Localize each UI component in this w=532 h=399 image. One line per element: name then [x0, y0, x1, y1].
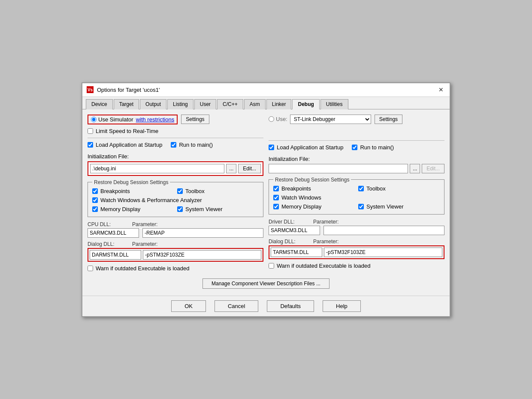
use-simulator-label[interactable]: Use Simulator: [91, 116, 133, 123]
divider-2: [269, 140, 444, 141]
use-simulator-text: Use Simulator: [98, 116, 133, 123]
breakpoints-checkbox-left[interactable]: [92, 188, 98, 194]
toolbox-checkbox-right[interactable]: [358, 186, 364, 191]
defaults-button[interactable]: Defaults: [267, 300, 314, 312]
restore-inner-left: Breakpoints Toolbox Watch Windows & Perf…: [92, 188, 259, 214]
dialog-dll-input-right[interactable]: [271, 248, 322, 257]
cancel-button[interactable]: Cancel: [215, 300, 258, 312]
watch-windows-label-left: Watch Windows & Performance Analyzer: [100, 197, 202, 203]
warn-checkbox-right[interactable]: [269, 263, 274, 269]
init-file-browse-button-right[interactable]: ...: [410, 164, 420, 173]
left-panel: Use Simulator with restrictions Settings…: [88, 115, 263, 275]
dialog-dll-labels-left: Dialog DLL: Parameter:: [88, 241, 263, 247]
run-to-main-checkbox-right[interactable]: [352, 145, 357, 150]
limit-speed-checkbox[interactable]: [88, 128, 93, 134]
memory-display-label-left: Memory Display: [100, 206, 140, 212]
memory-display-checkbox-left[interactable]: [92, 206, 98, 212]
watch-windows-row-right: Watch Windows: [273, 194, 440, 201]
init-file-edit-button[interactable]: Edit...: [238, 164, 261, 173]
driver-param-input[interactable]: [323, 226, 444, 235]
tab-cpp[interactable]: C/C++: [217, 99, 243, 109]
manage-component-btn[interactable]: Manage Component Viewer Description File…: [203, 278, 329, 289]
restore-group-label-right: Restore Debug Session Settings: [273, 177, 351, 183]
load-app-row-right: Load Application at Startup: [269, 144, 343, 151]
ok-button[interactable]: OK: [171, 300, 206, 312]
two-column-layout: Use Simulator with restrictions Settings…: [88, 115, 444, 275]
run-to-main-label-right: Run to main(): [360, 144, 394, 151]
breakpoints-row-right: Breakpoints: [273, 185, 355, 192]
warn-label-left: Warn if outdated Executable is loaded: [96, 265, 190, 272]
load-app-label-right: Load Application at Startup: [277, 144, 343, 151]
close-button[interactable]: ✕: [437, 85, 445, 94]
init-file-row-right: ... Edit...: [269, 164, 444, 173]
driver-dll-input[interactable]: [269, 226, 320, 235]
init-file-highlight: ... Edit...: [88, 161, 263, 176]
init-file-edit-button-right[interactable]: Edit...: [422, 164, 444, 173]
with-restrictions-link[interactable]: with restrictions: [136, 116, 175, 123]
dialog-param-input-right[interactable]: [324, 248, 442, 257]
tab-target[interactable]: Target: [114, 99, 139, 109]
help-button[interactable]: Help: [323, 300, 361, 312]
title-bar: Vs Options for Target 'ucos1' ✕: [82, 83, 450, 97]
use-row: Use: ST-Link Debugger J-Link / J-Trace C…: [269, 115, 444, 124]
dialog-param-col-label-right: Parameter:: [313, 239, 339, 245]
dialog-param-input-left[interactable]: [143, 250, 261, 260]
dialog-dll-input-left[interactable]: [90, 250, 141, 260]
options-dialog: Vs Options for Target 'ucos1' ✕ Device T…: [82, 82, 450, 317]
warn-checkbox-left[interactable]: [88, 266, 93, 271]
tab-bar: Device Target Output Listing User C/C++ …: [82, 97, 450, 109]
simulator-row: Use Simulator with restrictions Settings: [88, 115, 263, 124]
use-simulator-radio[interactable]: [91, 117, 97, 122]
load-app-row: Load Application at Startup: [88, 142, 162, 148]
tab-linker[interactable]: Linker: [266, 99, 292, 109]
system-viewer-checkbox-left[interactable]: [177, 206, 183, 212]
use-radio-label[interactable]: Use:: [269, 116, 287, 122]
restore-group-right: Restore Debug Session Settings Breakpoin…: [269, 177, 444, 215]
toolbox-label-right: Toolbox: [366, 185, 386, 192]
tab-asm[interactable]: Asm: [244, 99, 266, 109]
driver-dll-row: [269, 226, 444, 235]
tab-user[interactable]: User: [194, 99, 216, 109]
manage-btn-row: Manage Component Viewer Description File…: [88, 278, 444, 289]
tab-output[interactable]: Output: [140, 99, 166, 109]
init-file-section-label-right: Initialization File:: [269, 156, 444, 162]
dialog-dll-section-left: Dialog DLL: Parameter:: [88, 241, 263, 262]
cpu-param-input[interactable]: [142, 228, 263, 238]
memory-display-checkbox-right[interactable]: [273, 204, 279, 209]
warn-label-right: Warn if outdated Executable is loaded: [277, 263, 371, 269]
title-bar-left: Vs Options for Target 'ucos1': [87, 86, 160, 93]
debugger-select[interactable]: ST-Link Debugger J-Link / J-Trace Cortex…: [290, 115, 371, 124]
watch-windows-checkbox-left[interactable]: [92, 197, 98, 203]
dialog-dll-highlight-right: [269, 245, 444, 259]
tab-utilities[interactable]: Utilities: [320, 99, 348, 109]
tab-device[interactable]: Device: [86, 99, 113, 109]
left-settings-button[interactable]: Settings: [181, 115, 209, 124]
watch-windows-checkbox-right[interactable]: [273, 195, 279, 200]
system-viewer-checkbox-right[interactable]: [358, 204, 364, 209]
use-radio[interactable]: [269, 116, 274, 122]
toolbox-label-left: Toolbox: [185, 188, 205, 194]
tab-debug[interactable]: Debug: [292, 99, 319, 109]
run-to-main-checkbox[interactable]: [171, 142, 176, 148]
spacer: [269, 127, 444, 137]
init-file-input[interactable]: [90, 164, 224, 173]
load-app-checkbox-right[interactable]: [269, 145, 274, 150]
load-run-row: Load Application at Startup Run to main(…: [88, 142, 263, 150]
breakpoints-checkbox-right[interactable]: [273, 186, 279, 191]
system-viewer-row-right: System Viewer: [358, 203, 440, 210]
cpu-dll-input[interactable]: [88, 228, 139, 238]
right-settings-button[interactable]: Settings: [375, 115, 402, 124]
memory-display-row-right: Memory Display: [273, 203, 355, 210]
run-to-main-row: Run to main(): [171, 142, 213, 148]
memory-display-row-left: Memory Display: [92, 206, 174, 212]
load-app-checkbox[interactable]: [88, 142, 93, 148]
tab-listing[interactable]: Listing: [167, 99, 193, 109]
cpu-dll-labels: CPU DLL: Parameter:: [88, 221, 263, 227]
run-to-main-row-right: Run to main(): [352, 144, 394, 151]
dialog-dll-col-label-right: Dialog DLL:: [269, 239, 311, 245]
init-file-input-right[interactable]: [269, 164, 408, 173]
warn-row-right: Warn if outdated Executable is loaded: [269, 263, 444, 269]
toolbox-checkbox-left[interactable]: [177, 188, 183, 194]
driver-dll-section: Driver DLL: Parameter:: [269, 219, 444, 235]
init-file-browse-button[interactable]: ...: [226, 164, 236, 173]
